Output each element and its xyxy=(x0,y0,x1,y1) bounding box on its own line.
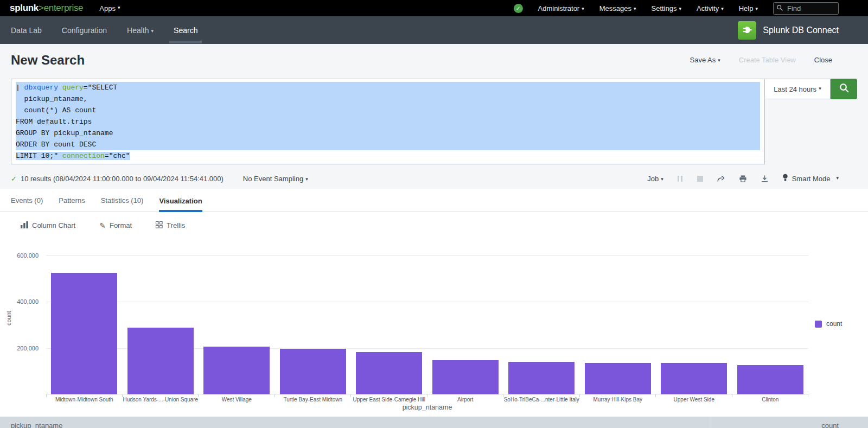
caret-down-icon: ▾ xyxy=(679,6,681,11)
column-chart-icon xyxy=(21,221,28,230)
bar-slot xyxy=(351,255,427,394)
db-connect-plug-icon xyxy=(738,21,756,40)
caret-down-icon: ▾ xyxy=(836,175,839,181)
x-tick-label: Midtown-Midtown South xyxy=(46,397,123,403)
time-range-picker[interactable]: Last 24 hours▾ xyxy=(765,79,831,99)
y-axis-labels: 200,000400,000600,000 xyxy=(0,255,42,394)
tab-events[interactable]: Events (0) xyxy=(11,196,43,212)
caret-down-icon: ▾ xyxy=(718,58,720,63)
print-icon[interactable] xyxy=(739,175,747,183)
bar[interactable] xyxy=(737,365,803,394)
caret-down-icon: ▾ xyxy=(582,6,584,11)
trellis-grid-icon xyxy=(156,221,163,230)
caret-down-icon: ▾ xyxy=(151,28,154,34)
column-header-pickup-ntaname[interactable]: pickup_ntaname xyxy=(0,417,711,428)
bars xyxy=(46,255,808,394)
x-axis-title: pickup_ntaname xyxy=(46,404,808,411)
y-tick-label: 600,000 xyxy=(17,252,39,259)
page-title: New Search xyxy=(11,53,85,68)
search-icon xyxy=(839,82,850,95)
active-nav-indicator xyxy=(169,41,202,43)
y-tick-label: 400,000 xyxy=(17,298,39,305)
bar-slot xyxy=(580,255,656,394)
bar[interactable] xyxy=(432,360,499,394)
bar[interactable] xyxy=(203,347,270,394)
nav-item-health[interactable]: Health▾ xyxy=(127,17,154,43)
caret-down-icon: ▾ xyxy=(305,176,308,182)
x-tick-label: West Village xyxy=(199,397,275,403)
page-header: New Search Save As▾ Create Table View Cl… xyxy=(0,44,868,76)
x-tick-label: Murray Hill-Kips Bay xyxy=(580,397,656,403)
y-tick-label: 200,000 xyxy=(17,345,39,352)
bar-slot xyxy=(46,255,123,394)
chart-type-picker[interactable]: Column Chart xyxy=(21,221,75,230)
event-sampling-menu[interactable]: No Event Sampling▾ xyxy=(243,175,308,183)
pencil-icon: ✎ xyxy=(99,221,106,230)
x-tick-label: SoHo-TriBeCa-...nter-Little Italy xyxy=(503,397,580,403)
caret-down-icon: ▾ xyxy=(634,6,636,11)
splunk-logo[interactable]: splunk>enterprise xyxy=(10,3,83,14)
stop-icon[interactable] xyxy=(697,176,703,182)
x-tick-label: Hudson Yards-...-Union Square xyxy=(123,397,199,403)
run-search-button[interactable] xyxy=(831,79,857,99)
x-tick-label: Turtle Bay-East Midtown xyxy=(275,397,352,403)
search-bar-region: | dbxquery query="SELECT pickup_ntaname,… xyxy=(0,76,868,168)
tab-visualization[interactable]: Visualization xyxy=(159,197,202,212)
nav-item-search[interactable]: Search xyxy=(174,17,197,43)
create-table-view-button[interactable]: Create Table View xyxy=(739,56,796,64)
caret-down-icon: ▾ xyxy=(721,6,724,11)
bar[interactable] xyxy=(280,349,346,394)
bar[interactable] xyxy=(661,363,727,394)
app-badge[interactable]: Splunk DB Connect xyxy=(738,21,839,40)
legend-label: count xyxy=(826,320,842,328)
legend-item[interactable]: count xyxy=(815,320,842,328)
chart-plot xyxy=(46,255,808,394)
menu-activity[interactable]: Activity▾ xyxy=(697,4,724,12)
trellis-button[interactable]: Trellis xyxy=(156,221,185,230)
bar[interactable] xyxy=(51,273,117,394)
statistics-table-header: pickup_ntaname count xyxy=(0,417,868,428)
results-summary: 10 results (08/04/2024 11:00:00.000 to 0… xyxy=(21,175,224,183)
column-chart: count 200,000400,000600,000 Midtown-Midt… xyxy=(0,239,868,417)
nav-item-configuration[interactable]: Configuration xyxy=(62,17,107,43)
results-tabs: Events (0) Patterns Statistics (10) Visu… xyxy=(0,189,868,212)
x-tick-label: Airport xyxy=(427,397,504,403)
close-button[interactable]: Close xyxy=(814,56,832,64)
bar[interactable] xyxy=(508,362,575,394)
menu-administrator[interactable]: Administrator▾ xyxy=(538,4,584,12)
bar[interactable] xyxy=(585,363,651,394)
bar-slot xyxy=(199,255,275,394)
search-query-input[interactable]: | dbxquery query="SELECT pickup_ntaname,… xyxy=(11,79,765,164)
bar-slot xyxy=(503,255,580,394)
nav-item-data-lab[interactable]: Data Lab xyxy=(11,17,42,43)
viz-controls: Column Chart ✎ Format Trellis xyxy=(0,212,868,239)
bar[interactable] xyxy=(356,352,422,394)
bar-slot xyxy=(656,255,732,394)
tab-patterns[interactable]: Patterns xyxy=(59,196,85,212)
top-bar: splunk>enterprise Apps▾ ✓ Administrator▾… xyxy=(0,0,868,16)
apps-menu[interactable]: Apps▾ xyxy=(99,4,120,12)
bar-slot xyxy=(275,255,352,394)
menu-settings[interactable]: Settings▾ xyxy=(652,4,682,12)
app-name: Splunk DB Connect xyxy=(763,25,839,35)
search-icon xyxy=(776,4,783,13)
menu-help[interactable]: Help▾ xyxy=(739,4,758,12)
bar[interactable] xyxy=(127,328,194,394)
job-menu[interactable]: Job▾ xyxy=(647,175,663,183)
save-as-button[interactable]: Save As▾ xyxy=(690,56,720,64)
format-button[interactable]: ✎ Format xyxy=(99,221,132,230)
pause-icon[interactable] xyxy=(677,176,684,182)
caret-down-icon: ▾ xyxy=(661,176,663,182)
bar-slot xyxy=(427,255,504,394)
search-mode-menu[interactable]: Smart Mode ▾ xyxy=(782,174,839,183)
menu-messages[interactable]: Messages▾ xyxy=(599,4,636,12)
tab-statistics[interactable]: Statistics (10) xyxy=(101,196,144,212)
done-check-icon: ✓ xyxy=(11,175,17,183)
share-icon[interactable] xyxy=(717,175,725,183)
app-nav-bar: Data Lab Configuration Health▾ Search Sp… xyxy=(0,16,868,44)
column-header-count[interactable]: count xyxy=(711,417,868,428)
export-icon[interactable] xyxy=(761,175,769,183)
results-info-bar: ✓ 10 results (08/04/2024 11:00:00.000 to… xyxy=(0,168,868,189)
caret-down-icon: ▾ xyxy=(819,86,821,91)
health-status-icon[interactable]: ✓ xyxy=(514,4,523,13)
